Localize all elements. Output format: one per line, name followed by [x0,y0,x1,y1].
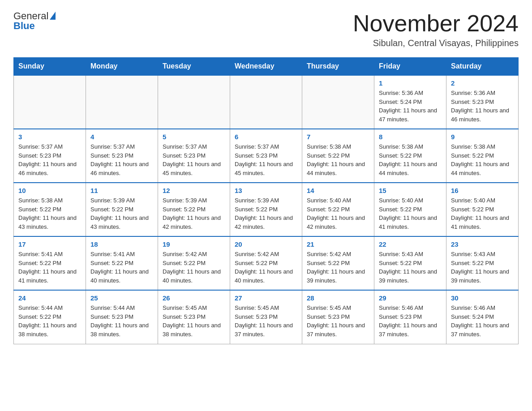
day-info: Sunrise: 5:41 AM Sunset: 5:22 PM Dayligh… [18,250,81,285]
day-info: Sunrise: 5:38 AM Sunset: 5:22 PM Dayligh… [379,142,442,177]
calendar-week-row: 1Sunrise: 5:36 AM Sunset: 5:24 PM Daylig… [14,75,519,129]
day-info: Sunrise: 5:37 AM Sunset: 5:23 PM Dayligh… [90,142,153,177]
day-number: 3 [18,133,81,141]
day-info: Sunrise: 5:38 AM Sunset: 5:22 PM Dayligh… [307,142,369,177]
logo-blue-text: Blue [13,20,35,31]
day-info: Sunrise: 5:38 AM Sunset: 5:22 PM Dayligh… [451,142,514,177]
day-info: Sunrise: 5:41 AM Sunset: 5:22 PM Dayligh… [90,250,153,285]
day-number: 28 [307,294,369,302]
table-row: 30Sunrise: 5:46 AM Sunset: 5:24 PM Dayli… [446,290,519,344]
table-row: 11Sunrise: 5:39 AM Sunset: 5:22 PM Dayli… [86,183,158,236]
day-number: 17 [18,240,81,248]
day-number: 20 [235,240,297,248]
day-number: 11 [90,187,153,194]
day-number: 29 [379,294,442,302]
table-row: 19Sunrise: 5:42 AM Sunset: 5:22 PM Dayli… [158,236,230,290]
header: General Blue November 2024 Sibulan, Cent… [13,11,519,48]
table-row: 15Sunrise: 5:40 AM Sunset: 5:22 PM Dayli… [374,183,446,236]
day-info: Sunrise: 5:42 AM Sunset: 5:22 PM Dayligh… [163,250,225,285]
table-row: 10Sunrise: 5:38 AM Sunset: 5:22 PM Dayli… [14,183,86,236]
col-saturday: Saturday [446,58,519,76]
table-row: 18Sunrise: 5:41 AM Sunset: 5:22 PM Dayli… [86,236,158,290]
table-row: 12Sunrise: 5:39 AM Sunset: 5:22 PM Dayli… [158,183,230,236]
table-row [302,75,374,129]
table-row: 16Sunrise: 5:40 AM Sunset: 5:22 PM Dayli… [446,183,519,236]
day-number: 19 [163,240,225,248]
day-number: 23 [451,240,514,248]
calendar-week-row: 17Sunrise: 5:41 AM Sunset: 5:22 PM Dayli… [14,236,519,290]
table-row: 9Sunrise: 5:38 AM Sunset: 5:22 PM Daylig… [446,129,519,183]
table-row: 24Sunrise: 5:44 AM Sunset: 5:22 PM Dayli… [14,290,86,344]
calendar: Sunday Monday Tuesday Wednesday Thursday… [13,57,519,344]
calendar-week-row: 10Sunrise: 5:38 AM Sunset: 5:22 PM Dayli… [14,183,519,236]
day-info: Sunrise: 5:46 AM Sunset: 5:24 PM Dayligh… [451,304,514,338]
day-number: 25 [90,294,153,302]
calendar-week-row: 3Sunrise: 5:37 AM Sunset: 5:23 PM Daylig… [14,129,519,183]
day-number: 27 [235,294,297,302]
table-row: 21Sunrise: 5:42 AM Sunset: 5:22 PM Dayli… [302,236,374,290]
col-wednesday: Wednesday [230,58,302,76]
day-number: 4 [90,133,153,141]
table-row: 2Sunrise: 5:36 AM Sunset: 5:23 PM Daylig… [446,75,519,129]
day-info: Sunrise: 5:38 AM Sunset: 5:22 PM Dayligh… [18,196,81,231]
day-info: Sunrise: 5:39 AM Sunset: 5:22 PM Dayligh… [163,196,225,231]
table-row: 20Sunrise: 5:42 AM Sunset: 5:22 PM Dayli… [230,236,302,290]
table-row: 17Sunrise: 5:41 AM Sunset: 5:22 PM Dayli… [14,236,86,290]
day-info: Sunrise: 5:44 AM Sunset: 5:22 PM Dayligh… [18,304,81,338]
logo-triangle-icon [50,12,56,20]
day-number: 26 [163,294,225,302]
day-number: 22 [379,240,442,248]
title-area: November 2024 Sibulan, Central Visayas, … [353,11,519,48]
table-row [158,75,230,129]
day-info: Sunrise: 5:45 AM Sunset: 5:23 PM Dayligh… [307,304,369,338]
table-row: 4Sunrise: 5:37 AM Sunset: 5:23 PM Daylig… [86,129,158,183]
day-info: Sunrise: 5:39 AM Sunset: 5:22 PM Dayligh… [90,196,153,231]
day-info: Sunrise: 5:42 AM Sunset: 5:22 PM Dayligh… [307,250,369,285]
day-number: 6 [235,133,297,141]
table-row: 23Sunrise: 5:43 AM Sunset: 5:22 PM Dayli… [446,236,519,290]
day-number: 16 [451,187,514,194]
col-sunday: Sunday [14,58,86,76]
day-info: Sunrise: 5:40 AM Sunset: 5:22 PM Dayligh… [307,196,369,231]
day-number: 18 [90,240,153,248]
table-row [230,75,302,129]
table-row: 1Sunrise: 5:36 AM Sunset: 5:24 PM Daylig… [374,75,446,129]
day-number: 12 [163,187,225,194]
day-number: 8 [379,133,442,141]
day-info: Sunrise: 5:40 AM Sunset: 5:22 PM Dayligh… [451,196,514,231]
table-row: 6Sunrise: 5:37 AM Sunset: 5:23 PM Daylig… [230,129,302,183]
table-row: 28Sunrise: 5:45 AM Sunset: 5:23 PM Dayli… [302,290,374,344]
day-info: Sunrise: 5:45 AM Sunset: 5:23 PM Dayligh… [163,304,225,338]
table-row: 13Sunrise: 5:39 AM Sunset: 5:22 PM Dayli… [230,183,302,236]
calendar-week-row: 24Sunrise: 5:44 AM Sunset: 5:22 PM Dayli… [14,290,519,344]
table-row: 22Sunrise: 5:43 AM Sunset: 5:22 PM Dayli… [374,236,446,290]
day-info: Sunrise: 5:43 AM Sunset: 5:22 PM Dayligh… [451,250,514,285]
table-row: 26Sunrise: 5:45 AM Sunset: 5:23 PM Dayli… [158,290,230,344]
day-info: Sunrise: 5:36 AM Sunset: 5:23 PM Dayligh… [451,89,514,124]
day-info: Sunrise: 5:37 AM Sunset: 5:23 PM Dayligh… [163,142,225,177]
day-info: Sunrise: 5:45 AM Sunset: 5:23 PM Dayligh… [235,304,297,338]
day-info: Sunrise: 5:37 AM Sunset: 5:23 PM Dayligh… [18,142,81,177]
day-number: 10 [18,187,81,194]
day-number: 14 [307,187,369,194]
day-number: 24 [18,294,81,302]
col-monday: Monday [86,58,158,76]
table-row: 7Sunrise: 5:38 AM Sunset: 5:22 PM Daylig… [302,129,374,183]
day-info: Sunrise: 5:40 AM Sunset: 5:22 PM Dayligh… [379,196,442,231]
col-friday: Friday [374,58,446,76]
day-number: 21 [307,240,369,248]
day-number: 13 [235,187,297,194]
table-row: 29Sunrise: 5:46 AM Sunset: 5:23 PM Dayli… [374,290,446,344]
table-row: 14Sunrise: 5:40 AM Sunset: 5:22 PM Dayli… [302,183,374,236]
day-number: 2 [451,79,514,87]
col-tuesday: Tuesday [158,58,230,76]
day-info: Sunrise: 5:39 AM Sunset: 5:22 PM Dayligh… [235,196,297,231]
col-thursday: Thursday [302,58,374,76]
table-row: 3Sunrise: 5:37 AM Sunset: 5:23 PM Daylig… [14,129,86,183]
table-row: 27Sunrise: 5:45 AM Sunset: 5:23 PM Dayli… [230,290,302,344]
day-number: 15 [379,187,442,194]
day-number: 7 [307,133,369,141]
calendar-header-row: Sunday Monday Tuesday Wednesday Thursday… [14,58,519,76]
day-info: Sunrise: 5:44 AM Sunset: 5:23 PM Dayligh… [90,304,153,338]
table-row: 8Sunrise: 5:38 AM Sunset: 5:22 PM Daylig… [374,129,446,183]
